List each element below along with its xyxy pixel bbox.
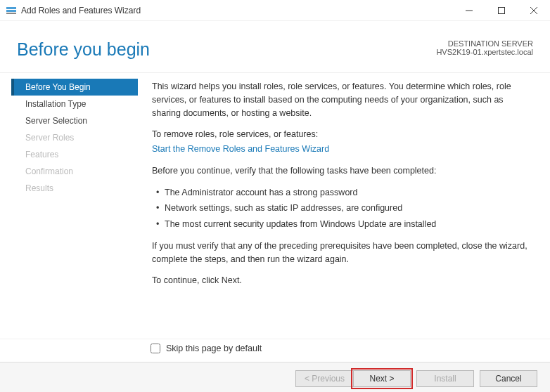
wizard-header: Before you begin DESTINATION SERVER HVS2…	[0, 21, 550, 73]
svg-rect-1	[6, 10, 16, 12]
skip-checkbox[interactable]	[151, 344, 160, 353]
destination-info: DESTINATION SERVER HVS2K19-01.xpertstec.…	[436, 39, 533, 56]
skip-label[interactable]: Skip this page by default	[166, 344, 262, 353]
server-manager-icon	[6, 5, 17, 16]
remove-label: To remove roles, role services, or featu…	[152, 128, 533, 141]
wizard-sidebar: Before You Begin Installation Type Serve…	[0, 73, 138, 339]
destination-label: DESTINATION SERVER	[436, 39, 533, 48]
svg-rect-2	[6, 13, 16, 14]
wizard-footer: < Previous Next > Install Cancel	[0, 362, 550, 392]
destination-server-name: HVS2K19-01.xpertstec.local	[436, 48, 533, 56]
wizard-body: Before You Begin Installation Type Serve…	[0, 73, 550, 339]
list-item: The most current security updates from W…	[156, 218, 533, 231]
window-controls	[453, 0, 550, 21]
sidebar-item-server-selection[interactable]: Server Selection	[14, 112, 138, 129]
intro-text: This wizard helps you install roles, rol…	[152, 80, 533, 119]
minimize-button[interactable]	[453, 0, 485, 21]
maximize-button[interactable]	[485, 0, 518, 21]
sidebar-item-server-roles: Server Roles	[14, 129, 138, 146]
sidebar-item-before-you-begin[interactable]: Before You Begin	[11, 79, 138, 96]
page-title: Before you begin	[17, 39, 150, 60]
list-item: Network settings, such as static IP addr…	[156, 202, 533, 215]
sidebar-item-features: Features	[14, 146, 138, 163]
wizard-content: This wizard helps you install roles, rol…	[138, 73, 550, 339]
skip-row: Skip this page by default	[0, 339, 550, 362]
svg-rect-0	[6, 7, 16, 9]
install-button: Install	[416, 370, 474, 387]
sidebar-item-confirmation: Confirmation	[14, 163, 138, 180]
window-title: Add Roles and Features Wizard	[21, 6, 453, 15]
titlebar: Add Roles and Features Wizard	[0, 0, 550, 21]
sidebar-item-installation-type[interactable]: Installation Type	[14, 96, 138, 112]
prerequisite-list: The Administrator account has a strong p…	[156, 186, 533, 231]
next-button[interactable]: Next >	[353, 370, 411, 387]
continue-note: To continue, click Next.	[152, 274, 533, 287]
list-item: The Administrator account has a strong p…	[156, 186, 533, 200]
nav-button-group: < Previous Next >	[295, 370, 411, 387]
verify-note: If you must verify that any of the prece…	[152, 240, 533, 266]
remove-roles-link[interactable]: Start the Remove Roles and Features Wiza…	[152, 143, 533, 156]
verify-label: Before you continue, verify that the fol…	[152, 164, 533, 178]
cancel-button[interactable]: Cancel	[480, 370, 537, 387]
previous-button: < Previous	[295, 370, 353, 387]
sidebar-item-results: Results	[14, 180, 138, 197]
svg-rect-4	[499, 7, 505, 13]
close-button[interactable]	[518, 0, 550, 21]
